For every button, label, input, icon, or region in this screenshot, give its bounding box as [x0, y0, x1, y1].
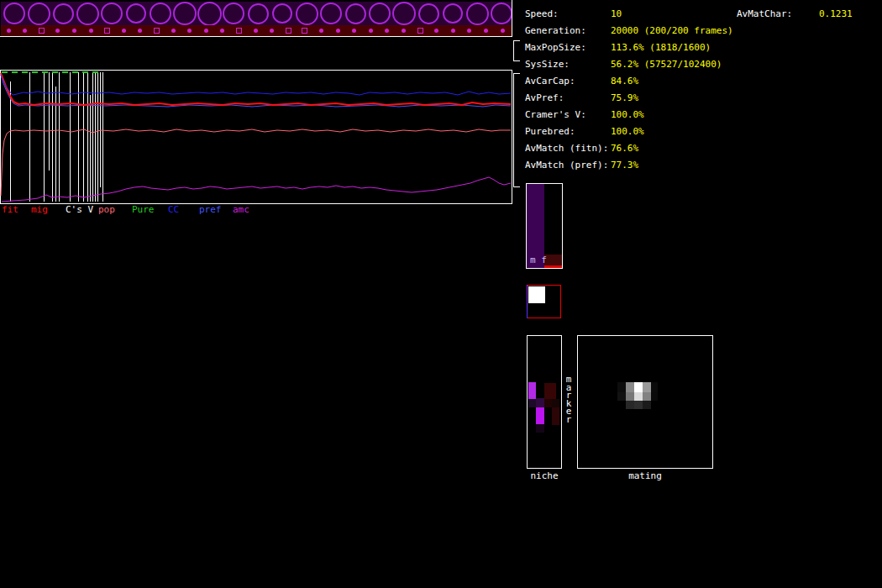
- history-chart: [0, 70, 512, 204]
- legend-item-fit: fit: [2, 205, 18, 215]
- bracket-vline: [513, 40, 514, 61]
- organism-dot: [89, 29, 93, 33]
- stat-label-9: AvMatch (pref):: [525, 160, 608, 170]
- stat-value-1: 20000 (200/200 frames): [611, 26, 733, 35]
- organism-circle: [76, 3, 99, 25]
- organism-circle: [223, 3, 244, 24]
- bracket-vline: [513, 73, 514, 187]
- niche-pixel: [528, 399, 536, 407]
- organism-circle: [248, 3, 269, 24]
- organism-dot: [385, 29, 389, 33]
- chart-legend: fitmigC's VpopPureCCprefamc: [0, 205, 512, 216]
- stat-label-6: Cramer's V:: [525, 110, 586, 119]
- legend-item-mig: mig: [31, 205, 48, 215]
- mating-pixel: [634, 392, 643, 401]
- organism-square-dot: [39, 28, 45, 34]
- chart-border: [1, 71, 512, 204]
- legend-item-CsV: C's V: [66, 205, 93, 215]
- niche-pixel: [544, 383, 556, 399]
- stat-label-2: MaxPopSize:: [525, 43, 586, 52]
- organism-dot: [122, 29, 126, 33]
- bracket-tick: [513, 186, 520, 187]
- organism-square-dot: [104, 28, 110, 34]
- organism-dot: [434, 29, 438, 33]
- organism-dot: [254, 29, 258, 33]
- organism-circle: [173, 2, 197, 25]
- organism-circles-row: [1, 2, 512, 25]
- mating-pixel: [634, 401, 643, 409]
- organism-square-dot: [154, 28, 160, 34]
- preference-matrix: [527, 285, 561, 318]
- mating-label: mating: [577, 471, 713, 481]
- organism-square-dot: [236, 28, 242, 34]
- organism-dot: [451, 29, 455, 33]
- niche-label: niche: [527, 471, 562, 481]
- stat-label-4: AvCarCap:: [525, 76, 575, 86]
- stat-label-5: AvPref:: [525, 93, 564, 102]
- mating-pixel: [643, 382, 651, 392]
- organism-circle: [197, 2, 222, 25]
- organism-dot: [336, 29, 340, 33]
- stat-label-1: Generation:: [525, 26, 586, 35]
- organism-circle: [418, 3, 439, 24]
- bracket-tick: [513, 60, 520, 61]
- mating-pixel: [643, 401, 651, 409]
- organism-dot: [23, 29, 27, 33]
- mating-pixel: [643, 392, 651, 401]
- niche-pixel: [552, 399, 559, 407]
- organism-circle: [3, 3, 25, 24]
- stat-value-2: 113.6% (1818/1600): [611, 43, 711, 52]
- organism-dot: [319, 29, 323, 33]
- niche-pixel: [552, 407, 559, 425]
- preference-cell: [528, 286, 545, 303]
- stat-label-0: Speed:: [525, 9, 559, 18]
- organism-dot: [484, 29, 488, 33]
- stat-value-9: 77.3%: [611, 160, 638, 170]
- mating-pixel: [626, 401, 634, 409]
- sex-ratio-histogram: m f: [526, 183, 563, 269]
- bracket-tick: [513, 40, 520, 41]
- organism-square-dot: [302, 28, 307, 34]
- simulation-app-window: fitmigC's VpopPureCCprefamc Speed:10Gene…: [0, 0, 882, 588]
- niche-pixel: [536, 407, 544, 424]
- organism-dot: [138, 29, 142, 33]
- niche-pixel: [528, 382, 536, 399]
- organism-circle: [28, 3, 50, 25]
- legend-item-amc: amc: [233, 205, 249, 215]
- niche-pixel: [536, 398, 544, 407]
- legend-item-CC: CC: [168, 205, 179, 215]
- organism-dot: [171, 29, 176, 33]
- organism-dot: [204, 29, 208, 33]
- marker-axis-label: marker: [564, 375, 573, 424]
- organism-dot: [352, 29, 356, 33]
- organism-dot: [501, 29, 505, 33]
- stat-value-3: 56.2% (57527/102400): [611, 60, 722, 69]
- avmatchar-value: 0.1231: [819, 9, 853, 18]
- mf-axis-label: m f: [530, 255, 547, 265]
- organism-dot: [7, 29, 11, 33]
- mating-pixel: [626, 392, 634, 401]
- stat-value-8: 76.6%: [611, 144, 638, 153]
- mating-pixel: [651, 392, 658, 401]
- mating-pixel: [626, 382, 634, 392]
- organism-circle: [491, 3, 512, 24]
- organism-circle: [53, 3, 74, 24]
- niche-pixel: [544, 399, 552, 407]
- organism-circle: [101, 3, 123, 24]
- organism-circle: [443, 3, 463, 24]
- stat-label-8: AvMatch (fitn):: [525, 144, 608, 153]
- mating-pixel: [617, 382, 626, 392]
- legend-item-pop: pop: [98, 205, 115, 215]
- avmatchar-label: AvMatChar:: [737, 9, 792, 18]
- organism-square-dot: [417, 28, 423, 34]
- female-baseline: [544, 265, 562, 268]
- stat-value-4: 84.6%: [611, 76, 638, 86]
- marker-letter: r: [564, 416, 573, 424]
- organism-circle: [345, 3, 366, 24]
- stat-label-3: SysSize:: [525, 60, 570, 69]
- organism-square-dot: [286, 28, 291, 34]
- organism-circle: [392, 2, 416, 25]
- organism-circle: [320, 3, 342, 24]
- stat-label-7: Purebred:: [525, 127, 575, 136]
- organism-dot: [220, 29, 224, 33]
